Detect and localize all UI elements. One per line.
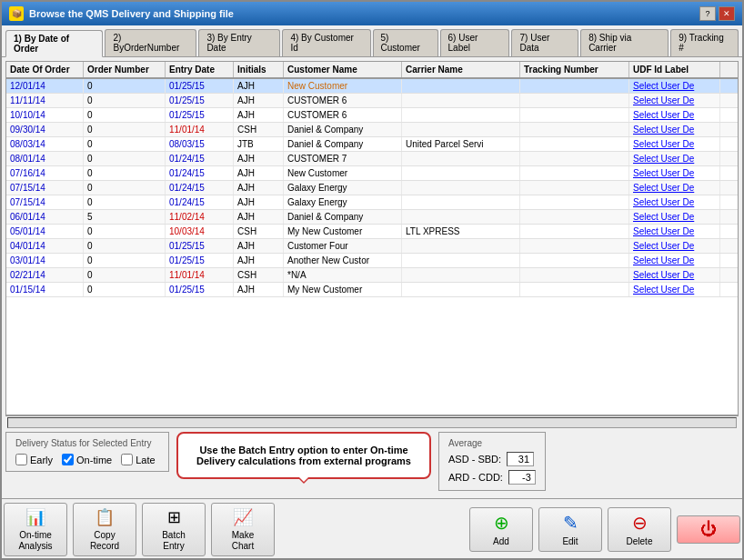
tab-tracking[interactable]: 9) Tracking # [670,29,739,56]
add-button[interactable]: ⊕ Add [469,507,533,552]
table-cell: 0 [84,166,166,180]
late-checkbox-item[interactable]: Late [121,454,155,465]
tab-user-label[interactable]: 6) User Label [440,29,510,56]
table-cell: Another New Custor [284,254,402,267]
table-cell: 0 [84,123,166,136]
table-cell: 11/11/14 [6,94,84,107]
tab-by-entry-date[interactable]: 3) By Entry Date [198,29,280,56]
power-button[interactable]: ⏻ [677,515,740,544]
table-cell: 01/25/15 [166,79,234,93]
table-cell [402,108,520,122]
table-cell: 01/25/15 [166,254,234,267]
delivery-status-box: Delivery Status for Selected Entry Early… [5,432,169,472]
table-cell: Select User De [629,239,720,253]
table-row[interactable]: 11/11/14001/25/15AJHCUSTOMER 6Select Use… [6,94,738,108]
table-row[interactable]: 08/01/14001/24/15AJHCUSTOMER 7Select Use… [6,152,738,166]
table-cell: 0 [84,79,166,93]
col-carrier-name: Carrier Name [402,62,520,77]
late-checkbox[interactable] [121,454,133,465]
edit-icon: ✎ [563,512,578,534]
table-cell: 10/10/14 [6,108,84,122]
table-row[interactable]: 05/01/14010/03/14CSHMy New CustomerLTL X… [6,225,738,239]
table-cell: 0 [84,239,166,253]
table-row[interactable]: 01/15/14001/25/15AJHMy New CustomerSelec… [6,283,738,297]
table-cell [520,210,629,224]
copy-record-button[interactable]: 📋 CopyRecord [73,503,136,556]
table-cell [402,94,520,107]
close-button[interactable]: ✕ [719,6,735,21]
ontime-analysis-button[interactable]: 📊 On-timeAnalysis [4,503,67,556]
delete-button[interactable]: ⊖ Delete [608,507,671,552]
table-cell: AJH [234,254,284,267]
table-cell [520,94,629,107]
tab-by-date-of-order[interactable]: 1) By Date of Order [5,30,103,57]
ontime-checkbox-item[interactable]: On-time [62,454,112,465]
table-cell: Daniel & Company [284,123,402,136]
table-cell: AJH [234,210,284,224]
edit-label: Edit [562,536,578,547]
table-row[interactable]: 07/16/14001/24/15AJHNew CustomerSelect U… [6,166,738,181]
table-cell [402,283,520,296]
tooltip-text: Use the Batch Entry option to enter On-t… [196,445,411,466]
copy-record-label: CopyRecord [90,530,119,552]
window-title: Browse the QMS Delivery and Shipping fil… [29,8,234,19]
table-row[interactable]: 03/01/14001/25/15AJHAnother New CustorSe… [6,254,738,268]
batch-entry-button[interactable]: ⊞ BatchEntry [142,503,206,556]
table-cell: Select User De [629,283,720,296]
table-cell: 01/25/15 [166,108,234,122]
table-cell: 01/24/15 [166,195,234,209]
main-window: 📦 Browse the QMS Delivery and Shipping f… [0,0,744,560]
table-cell: New Customer [284,166,402,180]
table-row[interactable]: 07/15/14001/24/15AJHGalaxy EnergySelect … [6,181,738,195]
early-label: Early [30,455,53,465]
tab-by-customer-id[interactable]: 4) By Customer Id [282,29,370,56]
table-cell [520,108,629,122]
table-cell: 0 [84,94,166,107]
make-chart-button[interactable]: 📈 MakeChart [211,503,275,556]
button-bar: 📊 On-timeAnalysis 📋 CopyRecord ⊞ BatchEn… [2,498,742,558]
title-bar: 📦 Browse the QMS Delivery and Shipping f… [2,2,742,25]
table-cell: 01/15/14 [6,283,84,296]
table-cell: 08/03/15 [166,137,234,151]
table-cell: 09/30/14 [6,123,84,136]
batch-entry-icon: ⊞ [167,507,181,527]
delete-label: Delete [627,536,653,547]
table-cell: 01/25/15 [166,94,234,107]
early-checkbox[interactable] [15,454,27,465]
table-cell: 11/02/14 [166,210,234,224]
tab-user-data[interactable]: 7) User Data [511,29,578,56]
ard-cdd-row: ARD - CDD: -3 [448,470,536,485]
copy-record-icon: 📋 [95,507,115,527]
table-cell: 01/24/15 [166,152,234,165]
col-udf-id-label: UDF Id Label [629,62,720,77]
ard-cdd-label: ARD - CDD: [448,472,503,483]
horizontal-scrollbar[interactable] [5,415,739,428]
bottom-section: Delivery Status for Selected Entry Early… [5,428,739,495]
col-customer-name: Customer Name [284,62,402,77]
content-area: Date Of Order Order Number Entry Date In… [2,57,742,498]
ontime-checkbox[interactable] [62,454,74,465]
table-cell: United Parcel Servi [402,137,520,151]
table-row[interactable]: 10/10/14001/25/15AJHCUSTOMER 6Select Use… [6,108,738,123]
help-button[interactable]: ? [699,6,716,21]
table-row[interactable]: 08/03/14008/03/15JTBDaniel & CompanyUnit… [6,137,738,152]
tab-by-order-number[interactable]: 2) ByOrderNumber [105,29,196,56]
table-row[interactable]: 07/15/14001/24/15AJHGalaxy EnergySelect … [6,195,738,210]
table-cell: Customer Four [284,239,402,253]
scrollbar-track[interactable] [7,417,737,428]
table-row[interactable]: 09/30/14011/01/14CSHDaniel & CompanySele… [6,123,738,137]
table-cell: 0 [84,283,166,296]
table-row[interactable]: 12/01/14001/25/15AJHNew CustomerSelect U… [6,79,738,94]
edit-button[interactable]: ✎ Edit [538,507,602,552]
early-checkbox-item[interactable]: Early [15,454,53,465]
tab-customer[interactable]: 5) Customer [373,29,438,56]
table-row[interactable]: 06/01/14511/02/14AJHDaniel & CompanySele… [6,210,738,225]
table-cell: Select User De [629,137,720,151]
table-row[interactable]: 04/01/14001/25/15AJHCustomer FourSelect … [6,239,738,254]
table-cell: AJH [234,108,284,122]
table-row[interactable]: 02/21/14011/01/14CSH*N/ASelect User De [6,268,738,283]
table-cell: 08/03/14 [6,137,84,151]
table-cell [520,283,629,296]
table-cell: Select User De [629,123,720,136]
tab-ship-via-carrier[interactable]: 8) Ship via Carrier [580,29,669,56]
